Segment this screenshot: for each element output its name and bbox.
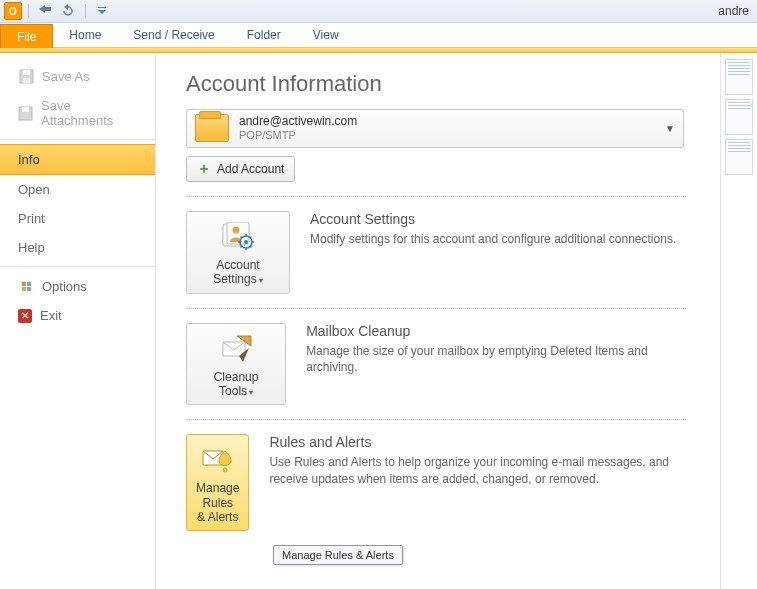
exit-item[interactable]: ✕ Exit bbox=[0, 301, 155, 330]
preview-thumbnail[interactable] bbox=[725, 139, 753, 175]
preview-thumbnail[interactable] bbox=[725, 99, 753, 135]
account-settings-button-l1: Account bbox=[216, 258, 259, 272]
title-bar: O andre bbox=[0, 0, 757, 23]
qat-customize-dropdown-icon[interactable] bbox=[92, 2, 112, 20]
rules-alerts-title: Rules and Alerts bbox=[269, 434, 686, 450]
cleanup-tools-button-l2: Tools bbox=[219, 384, 247, 398]
account-settings-button-l2: Settings bbox=[213, 272, 256, 286]
tab-send-receive[interactable]: Send / Receive bbox=[117, 23, 230, 47]
open-item[interactable]: Open bbox=[0, 175, 155, 204]
preview-pane bbox=[720, 53, 757, 589]
svg-rect-0 bbox=[98, 7, 106, 8]
print-item[interactable]: Print bbox=[0, 204, 155, 233]
cleanup-tools-button-l1: Cleanup bbox=[214, 370, 259, 384]
save-as-label: Save As bbox=[42, 69, 90, 84]
mailbox-cleanup-body: Manage the size of your mailbox by empty… bbox=[306, 343, 686, 375]
section-account-settings: Account Settings▾ Account Settings Modif… bbox=[186, 211, 686, 294]
outlook-app-icon: O bbox=[4, 2, 22, 20]
open-label: Open bbox=[18, 182, 50, 197]
save-icon bbox=[18, 68, 34, 84]
svg-rect-8 bbox=[22, 287, 26, 291]
svg-line-19 bbox=[241, 236, 243, 238]
exit-label: Exit bbox=[40, 308, 62, 323]
chevron-down-icon: ▾ bbox=[249, 388, 253, 397]
section-divider bbox=[186, 419, 686, 420]
mailbox-cleanup-title: Mailbox Cleanup bbox=[306, 323, 686, 339]
svg-point-12 bbox=[233, 226, 240, 233]
main-content: Account Information andre@activewin.com … bbox=[156, 53, 720, 589]
svg-line-21 bbox=[241, 246, 243, 248]
chevron-down-icon[interactable]: ▼ bbox=[665, 123, 675, 134]
qat-separator bbox=[85, 4, 86, 18]
svg-rect-7 bbox=[27, 282, 31, 286]
svg-rect-9 bbox=[27, 287, 31, 291]
svg-point-25 bbox=[223, 468, 227, 472]
add-account-label: Add Account bbox=[217, 162, 284, 176]
manage-rules-button-l2: & Alerts bbox=[197, 510, 238, 524]
account-settings-body: Modify settings for this account and con… bbox=[310, 231, 676, 247]
page-title: Account Information bbox=[186, 71, 700, 97]
tab-view[interactable]: View bbox=[297, 23, 355, 47]
section-mailbox-cleanup: Cleanup Tools▾ Mailbox Cleanup Manage th… bbox=[186, 323, 686, 406]
svg-rect-3 bbox=[23, 78, 30, 83]
svg-rect-6 bbox=[22, 282, 26, 286]
tab-folder[interactable]: Folder bbox=[231, 23, 297, 47]
options-icon bbox=[18, 278, 34, 294]
cleanup-tools-button[interactable]: Cleanup Tools▾ bbox=[186, 323, 286, 406]
account-text: andre@activewin.com POP/SMTP bbox=[239, 114, 655, 143]
svg-point-14 bbox=[244, 240, 248, 244]
chevron-down-icon: ▾ bbox=[259, 276, 263, 285]
section-text: Rules and Alerts Use Rules and Alerts to… bbox=[269, 434, 686, 486]
account-selector[interactable]: andre@activewin.com POP/SMTP ▼ bbox=[186, 109, 684, 148]
options-item[interactable]: Options bbox=[0, 271, 155, 301]
help-label: Help bbox=[18, 240, 45, 255]
svg-line-22 bbox=[250, 236, 252, 238]
info-label: Info bbox=[18, 152, 40, 167]
section-divider bbox=[186, 196, 686, 197]
plus-icon: ＋ bbox=[197, 160, 211, 178]
manage-rules-button-l1: Manage Rules bbox=[196, 481, 239, 509]
tab-home[interactable]: Home bbox=[53, 23, 117, 47]
rules-alerts-body: Use Rules and Alerts to help organize yo… bbox=[269, 454, 686, 486]
ribbon-tab-strip: File Home Send / Receive Folder View bbox=[0, 23, 757, 48]
backstage-nav: Save As Save Attachments Info Open Print… bbox=[0, 53, 156, 589]
save-attachments-item: Save Attachments bbox=[0, 91, 155, 135]
preview-thumbnail[interactable] bbox=[725, 59, 753, 95]
file-tab[interactable]: File bbox=[0, 24, 53, 48]
section-divider bbox=[186, 308, 686, 309]
section-rules-alerts: Manage Rules & Alerts Rules and Alerts U… bbox=[186, 434, 686, 531]
help-item[interactable]: Help bbox=[0, 233, 155, 262]
account-protocol: POP/SMTP bbox=[239, 129, 655, 143]
window-title: andre bbox=[718, 4, 753, 18]
account-settings-button[interactable]: Account Settings▾ bbox=[186, 211, 290, 294]
qat-separator bbox=[28, 4, 29, 18]
exit-icon: ✕ bbox=[18, 309, 32, 323]
svg-rect-5 bbox=[22, 107, 29, 112]
add-account-button[interactable]: ＋ Add Account bbox=[186, 156, 295, 182]
account-settings-title: Account Settings bbox=[310, 211, 676, 227]
save-attachments-label: Save Attachments bbox=[41, 98, 137, 128]
section-text: Account Settings Modify settings for thi… bbox=[310, 211, 676, 247]
qat-undo-icon[interactable] bbox=[59, 2, 79, 20]
nav-separator bbox=[0, 139, 155, 140]
save-as-item: Save As bbox=[0, 61, 155, 91]
qat-send-receive-icon[interactable] bbox=[35, 2, 55, 20]
section-text: Mailbox Cleanup Manage the size of your … bbox=[306, 323, 686, 375]
folder-icon bbox=[195, 114, 229, 142]
info-item[interactable]: Info bbox=[0, 144, 155, 175]
nav-separator bbox=[0, 266, 155, 267]
account-settings-icon bbox=[191, 220, 285, 254]
print-label: Print bbox=[18, 211, 45, 226]
svg-rect-2 bbox=[23, 70, 30, 75]
tooltip: Manage Rules & Alerts bbox=[273, 545, 403, 565]
cleanup-tools-icon bbox=[191, 332, 281, 366]
manage-rules-alerts-button[interactable]: Manage Rules & Alerts bbox=[186, 434, 249, 531]
attachment-save-icon bbox=[18, 105, 33, 121]
rules-alerts-icon bbox=[191, 443, 244, 477]
account-email: andre@activewin.com bbox=[239, 114, 655, 129]
svg-line-20 bbox=[250, 246, 252, 248]
options-label: Options bbox=[42, 279, 87, 294]
